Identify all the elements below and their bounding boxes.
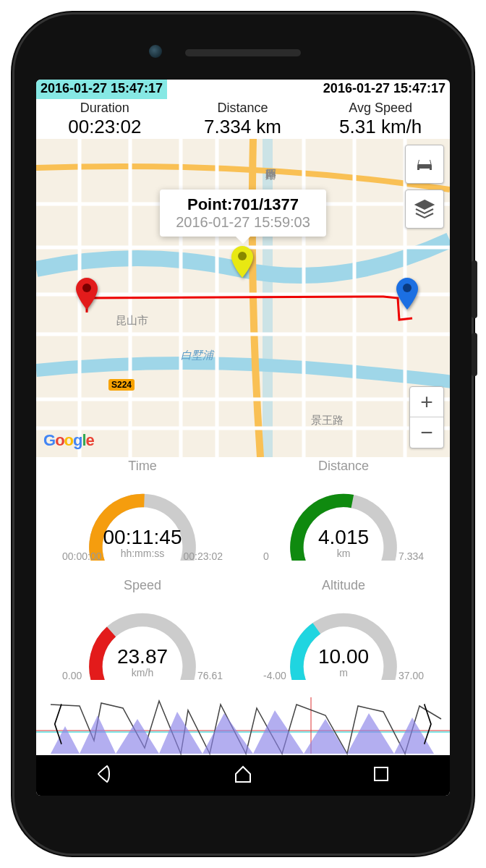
gauge-min: 0.00 — [62, 670, 82, 681]
chart-prev-button[interactable]: 〈 — [36, 694, 67, 757]
info-window-title: Point:701/1377 — [170, 195, 316, 214]
car-icon — [414, 156, 435, 173]
layers-icon — [414, 198, 435, 220]
road-badge-s224: S224 — [108, 379, 135, 391]
map-label-canal: 白墅浦 — [181, 349, 213, 362]
svg-point-18 — [427, 166, 430, 169]
svg-point-16 — [403, 284, 412, 292]
gauge-max: 7.334 — [398, 550, 424, 562]
recent-apps-button[interactable] — [370, 763, 392, 788]
gauges-panel: Time 00:11:45 hh:mm:ss 00:00:00 00:23:02… — [36, 457, 450, 696]
recent-icon — [370, 763, 392, 785]
stat-avgspeed: Avg Speed 5.31 km/h — [312, 99, 450, 139]
back-icon — [94, 763, 116, 785]
marker-info-window[interactable]: Point:701/1377 2016-01-27 15:59:03 — [160, 190, 326, 237]
stat-value: 7.334 km — [174, 116, 312, 138]
gauge-title: Speed — [42, 578, 243, 593]
start-timestamp: 2016-01-27 15:47:17 — [36, 80, 167, 99]
stat-label: Distance — [174, 101, 312, 116]
gauge-max: 76.61 — [197, 670, 223, 681]
stat-distance: Distance 7.334 km — [174, 99, 312, 139]
start-marker-icon[interactable] — [76, 278, 98, 310]
stat-value: 5.31 km/h — [312, 116, 449, 138]
zoom-in-button[interactable]: + — [410, 387, 443, 417]
driving-mode-button[interactable] — [405, 145, 444, 184]
gauge-max: 00:23:02 — [184, 550, 223, 562]
phone-speaker — [185, 49, 301, 56]
zoom-out-button[interactable]: − — [410, 417, 443, 448]
back-button[interactable] — [94, 763, 116, 788]
gauge-value: 10.00 — [243, 645, 444, 668]
gauge-min: 0 — [263, 550, 269, 562]
svg-point-14 — [82, 284, 91, 292]
gauge-title: Time — [42, 459, 243, 474]
map-view[interactable]: 白墅浦 景王路 昆山市 中环四路 S224 Point:701/1377 201… — [36, 139, 450, 457]
phone-camera — [149, 45, 162, 58]
map-tiles — [36, 139, 450, 457]
svg-point-17 — [419, 166, 422, 169]
info-window-time: 2016-01-27 15:59:03 — [170, 214, 316, 231]
phone-side-button — [472, 260, 477, 318]
gauge-time: Time 00:11:45 hh:mm:ss 00:00:00 00:23:02 — [42, 457, 243, 576]
current-marker-icon[interactable] — [231, 246, 253, 278]
app-screen: 2016-01-27 15:47:17 2016-01-27 15:47:17 … — [36, 80, 450, 796]
map-layers-button[interactable] — [405, 190, 444, 229]
gauge-min: 00:00:00 — [62, 550, 102, 562]
stat-value: 00:23:02 — [36, 116, 174, 138]
chart-next-button[interactable]: 〉 — [419, 694, 450, 757]
svg-rect-22 — [375, 767, 388, 780]
svg-rect-0 — [36, 139, 450, 457]
speed-chart-svg — [36, 696, 450, 755]
timestamp-row: 2016-01-27 15:47:17 2016-01-27 15:47:17 — [36, 80, 450, 99]
gauge-value: 00:11:45 — [42, 526, 243, 549]
map-label-city: 昆山市 — [116, 314, 148, 328]
phone-side-button — [472, 333, 477, 376]
stat-label: Duration — [36, 101, 174, 116]
gauge-title: Distance — [243, 459, 444, 474]
phone-frame: 2016-01-27 15:47:17 2016-01-27 15:47:17 … — [14, 14, 472, 854]
map-label-road: 景王路 — [311, 414, 344, 427]
gauge-value: 23.87 — [42, 645, 243, 668]
svg-point-15 — [238, 252, 247, 260]
gauge-min: -4.00 — [263, 670, 286, 681]
gauge-title: Altitude — [243, 578, 444, 593]
speed-chart[interactable]: 〈 〉 — [36, 696, 450, 755]
home-button[interactable] — [232, 763, 254, 788]
home-icon — [232, 763, 254, 785]
google-logo: Google — [43, 431, 94, 450]
summary-stats: Duration 00:23:02 Distance 7.334 km Avg … — [36, 99, 450, 139]
stat-label: Avg Speed — [312, 101, 449, 116]
zoom-controls: + − — [409, 386, 444, 448]
stat-duration: Duration 00:23:02 — [36, 99, 174, 139]
android-nav-bar — [36, 755, 450, 796]
gauge-speed: Speed 23.87 km/h 0.00 76.61 — [42, 576, 243, 696]
gauge-altitude: Altitude 10.00 m -4.00 37.00 — [243, 576, 444, 696]
end-marker-icon[interactable] — [396, 278, 418, 310]
end-timestamp: 2016-01-27 15:47:17 — [319, 80, 450, 99]
gauge-max: 37.00 — [398, 670, 424, 681]
gauge-distance: Distance 4.015 km 0 7.334 — [243, 457, 444, 576]
gauge-value: 4.015 — [243, 526, 444, 549]
